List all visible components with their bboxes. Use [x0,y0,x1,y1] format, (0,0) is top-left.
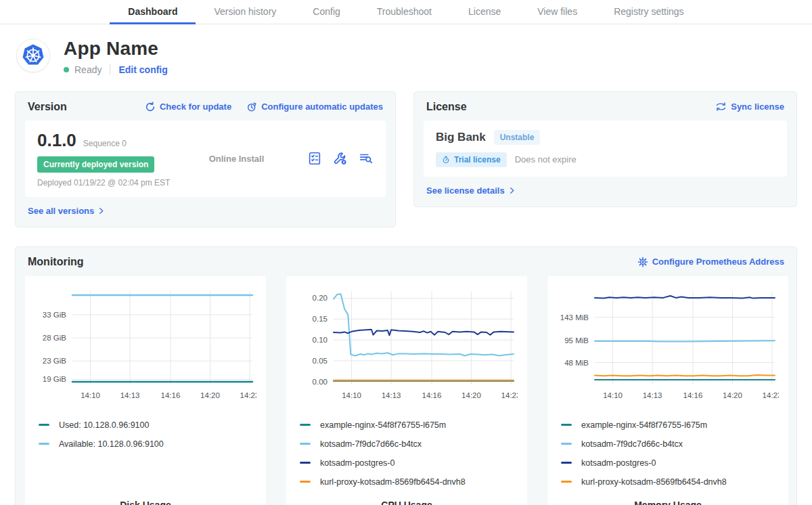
app-status: Ready [74,64,102,75]
app-header: App Name Ready Edit config [0,24,812,91]
legend-label: kotsadm-postgres-0 [320,458,394,468]
disk-usage-title: Disk Usage [35,491,256,505]
svg-text:33 GiB: 33 GiB [43,311,66,319]
gear-icon [637,257,648,267]
svg-text:14:16: 14:16 [422,391,442,399]
legend-label: Used: 10.128.0.96:9100 [59,420,149,430]
disk-usage-plot: 19 GiB23 GiB28 GiB33 GiB14:1014:1314:161… [35,286,256,406]
svg-text:14:13: 14:13 [120,391,140,399]
cpu-usage-chart-card: 0.000.050.100.150.2014:1014:1314:1614:20… [286,276,527,505]
legend-swatch [39,424,49,426]
version-card-title: Version [28,101,67,113]
license-name: Big Bank [436,131,486,144]
disk-usage-legend: Used: 10.128.0.96:9100Available: 10.128.… [35,416,256,454]
svg-text:23 GiB: 23 GiB [43,357,66,365]
svg-text:14:16: 14:16 [161,391,181,399]
see-all-versions-link[interactable]: See all versions [28,206,105,216]
legend-item: kotsadm-7f9dc7d66c-b4tcx [561,435,775,454]
preflight-checks-icon[interactable] [307,151,322,166]
svg-text:14:10: 14:10 [342,391,361,399]
legend-label: kurl-proxy-kotsadm-8569fb6454-dnvh8 [320,477,466,487]
cpu-usage-legend: example-nginx-54f8f76755-l675mkotsadm-7f… [296,416,518,491]
legend-label: example-nginx-54f8f76755-l675m [581,420,707,430]
version-sequence: Sequence 0 [83,139,127,148]
svg-text:19 GiB: 19 GiB [43,375,66,383]
svg-text:0.05: 0.05 [313,357,328,365]
svg-text:14:13: 14:13 [643,391,662,399]
legend-swatch [561,443,572,445]
disk-usage-chart-card: 19 GiB23 GiB28 GiB33 GiB14:1014:1314:161… [25,276,266,505]
legend-swatch [300,481,311,483]
current-version-box: 0.1.0 Sequence 0 Currently deployed vers… [25,120,386,197]
charts-row: 19 GiB23 GiB28 GiB33 GiB14:1014:1314:161… [25,276,787,505]
legend-item: Available: 10.128.0.96:9100 [39,435,252,454]
legend-item: kotsadm-7f9dc7d66c-b4tcx [300,435,514,454]
svg-text:14:23: 14:23 [763,391,779,399]
tab-version-history[interactable]: Version history [196,0,294,24]
status-ready-dot [64,67,69,72]
trial-license-badge: Trial license [436,152,507,167]
deploy-logs-icon[interactable] [359,151,374,166]
memory-usage-plot: 48 MiB95 MiB143 MiB14:1014:1314:1614:201… [557,286,779,406]
deployed-timestamp: Deployed 01/19/22 @ 02:04 pm EST [37,178,203,188]
svg-text:14:10: 14:10 [603,391,623,399]
legend-item: kotsadm-postgres-0 [561,454,775,473]
svg-text:14:23: 14:23 [501,391,518,399]
svg-text:0.20: 0.20 [313,294,328,302]
edit-config-link[interactable]: Edit config [118,64,167,75]
tab-registry-settings[interactable]: Registry settings [595,0,702,24]
see-license-details-link[interactable]: See license details [426,185,516,196]
svg-text:14:16: 14:16 [683,391,703,399]
legend-item: Used: 10.128.0.96:9100 [39,416,252,435]
svg-text:14:20: 14:20 [200,391,220,399]
kubernetes-icon [21,43,45,68]
schedule-update-icon [246,102,257,112]
legend-label: kurl-proxy-kotsadm-8569fb6454-dnvh8 [581,477,727,487]
cpu-usage-title: CPU Usage [296,491,518,505]
check-for-update-button[interactable]: Check for update [145,102,231,112]
legend-label: kotsadm-7f9dc7d66c-b4tcx [320,439,422,449]
license-expiry: Does not expire [515,154,577,164]
edit-config-wrench-icon[interactable] [333,151,348,166]
legend-item: example-nginx-54f8f76755-l675m [561,416,775,435]
cpu-usage-plot: 0.000.050.100.150.2014:1014:1314:1614:20… [296,286,518,406]
chevron-right-icon [508,187,516,194]
tab-dashboard[interactable]: Dashboard [110,0,196,24]
configure-automatic-updates-button[interactable]: Configure automatic updates [246,102,383,112]
legend-swatch [561,424,572,426]
legend-item: kurl-proxy-kotsadm-8569fb6454-dnvh8 [561,473,775,491]
svg-text:0.15: 0.15 [313,315,328,323]
license-card-title: License [426,101,467,113]
svg-text:0.10: 0.10 [313,336,328,344]
legend-item: kurl-proxy-kotsadm-8569fb6454-dnvh8 [300,473,514,491]
monitoring-title: Monitoring [28,256,84,268]
svg-text:14:10: 14:10 [81,391,100,399]
page-title: App Name [64,39,168,60]
legend-swatch [300,462,311,464]
channel-badge: Unstable [494,130,541,145]
svg-text:0.00: 0.00 [313,377,328,385]
memory-usage-legend: example-nginx-54f8f76755-l675mkotsadm-7f… [557,416,779,491]
install-type-label: Online Install [203,154,307,164]
version-number: 0.1.0 [37,130,76,151]
deployed-badge: Currently deployed version [37,156,154,173]
tab-config[interactable]: Config [294,0,358,24]
svg-text:14:20: 14:20 [461,391,481,399]
version-card: Version Check for update [15,91,396,227]
configure-prometheus-button[interactable]: Configure Prometheus Address [637,257,784,267]
legend-swatch [561,462,572,464]
license-details-box: Big Bank Unstable Trial license Does not… [424,120,787,177]
svg-text:143 MiB: 143 MiB [560,313,589,322]
sync-license-button[interactable]: Sync license [715,102,784,112]
license-card: License Sync license Big Bank Unstable [413,91,797,207]
top-nav: DashboardVersion historyConfigTroublesho… [0,0,812,24]
svg-text:28 GiB: 28 GiB [43,334,66,342]
tab-troubleshoot[interactable]: Troubleshoot [359,0,450,24]
tab-view-files[interactable]: View files [519,0,595,24]
tab-license[interactable]: License [450,0,519,24]
refresh-icon [145,102,156,112]
legend-label: example-nginx-54f8f76755-l675m [320,420,446,430]
legend-swatch [300,443,311,445]
legend-label: kotsadm-postgres-0 [581,458,656,468]
svg-text:48 MiB: 48 MiB [564,358,589,366]
